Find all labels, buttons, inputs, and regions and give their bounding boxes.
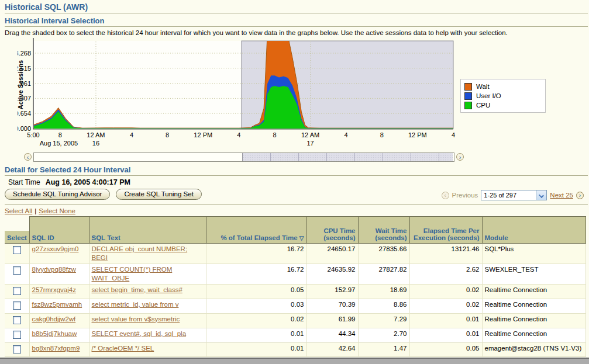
- sql-id-link[interactable]: 8jyydvpq88fzw: [32, 266, 76, 273]
- sql-id-link[interactable]: b8b5jdj7khuaw: [32, 330, 77, 337]
- wait-time-value: 8.86: [358, 299, 409, 313]
- interval-slider-track[interactable]: [33, 152, 454, 162]
- x-sub-label: 17: [306, 140, 314, 147]
- cpu-time-value: 152.97: [306, 284, 358, 299]
- cpu-color-swatch: [464, 102, 472, 109]
- wait-color-swatch: [464, 83, 472, 91]
- y-tick-label: 3.268: [18, 50, 31, 57]
- interval-slider: ‹ ›: [0, 152, 589, 162]
- cpu-time-value: 24635.92: [306, 264, 358, 284]
- x-tick-label: 8: [273, 131, 276, 138]
- pct-elapsed-value: 16.72: [206, 264, 306, 284]
- schedule-sql-tuning-advisor-button[interactable]: Schedule SQL Tuning Advisor: [5, 189, 110, 200]
- x-tick-label: 12 AM: [301, 131, 319, 138]
- detail-section-title: Detail for Selected 24 Hour Interval: [5, 165, 589, 174]
- active-sessions-chart: 0.0000.6541.3071.9612.6153.268Active Ses…: [0, 37, 589, 150]
- next-page-link[interactable]: Next 25: [550, 192, 573, 199]
- cpu-time-value: 24650.17: [306, 244, 358, 264]
- legend-item-user-io: User I/O: [464, 91, 542, 100]
- module-value: SQL*Plus: [482, 244, 585, 264]
- row-checkbox[interactable]: [13, 345, 21, 353]
- row-checkbox[interactable]: [13, 316, 21, 324]
- x-tick-label: 12 AM: [87, 131, 105, 138]
- module-value: emagent@stacg28 (TNS V1-V3): [482, 342, 585, 357]
- cpu-time-value: 44.34: [306, 328, 358, 342]
- elapsed-per-exec-value: 0.02: [409, 299, 482, 313]
- table-row: cakg0hdjjw2wf select value from v$sysmet…: [5, 313, 585, 328]
- next-page-icon[interactable]: ›: [576, 192, 584, 199]
- x-sub-label: 16: [92, 140, 99, 147]
- column-header-sql-text[interactable]: SQL Text: [89, 217, 206, 244]
- table-row: b8b5jdj7khuaw SELECT event#, sql_id, sql…: [5, 328, 585, 342]
- select-links-separator: |: [35, 207, 36, 214]
- start-time-label: Start Time: [8, 178, 40, 186]
- slider-left-arrow-icon[interactable]: ‹: [24, 153, 32, 161]
- x-tick-label: 8: [380, 131, 384, 138]
- row-checkbox[interactable]: [13, 287, 21, 295]
- pct-elapsed-value: 0.03: [206, 299, 306, 313]
- sql-text-link[interactable]: select begin_time, wait_class#: [92, 286, 182, 293]
- x-tick-label: 12 PM: [408, 131, 427, 138]
- previous-label: Previous: [452, 192, 478, 199]
- wait-time-value: 18.69: [358, 284, 409, 299]
- sql-detail-table: Select SQL ID SQL Text % of Total Elapse…: [5, 216, 586, 357]
- elapsed-per-exec-value: 0.05: [409, 342, 482, 357]
- detail-section-divider: [5, 175, 588, 176]
- sql-text-link[interactable]: select metric_id, value from v: [92, 301, 179, 308]
- row-checkbox[interactable]: [13, 301, 21, 310]
- wait-time-value: 27835.66: [358, 244, 409, 264]
- column-header-cpu-time[interactable]: CPU Time (seconds): [306, 217, 358, 244]
- user-io-color-swatch: [464, 92, 472, 100]
- table-row: 257rmrxgvaj4z select begin_time, wait_cl…: [5, 284, 585, 299]
- pct-elapsed-value: 0.05: [206, 284, 306, 299]
- sql-id-link[interactable]: 257rmrxgvaj4z: [32, 286, 76, 293]
- sql-id-link[interactable]: g27zsxuv9gjm0: [32, 245, 79, 252]
- wait-time-value: 7.29: [358, 313, 409, 328]
- select-all-link[interactable]: Select All: [5, 207, 32, 214]
- sql-id-link[interactable]: fsz8wz5pmvamh: [32, 301, 82, 308]
- create-sql-tuning-set-button[interactable]: Create SQL Tuning Set: [116, 189, 201, 200]
- pct-elapsed-value: 0.01: [206, 328, 306, 342]
- sql-id-link[interactable]: cakg0hdjjw2wf: [32, 316, 76, 323]
- column-header-module[interactable]: Module: [482, 217, 585, 244]
- bottom-scrollbar-track: [0, 358, 589, 364]
- sql-text-link[interactable]: SELECT event#, sql_id, sql_pla: [92, 330, 187, 337]
- column-header-wait-time[interactable]: Wait Time (seconds): [358, 217, 409, 244]
- x-tick-label: 4: [237, 131, 240, 138]
- row-checkbox[interactable]: [13, 246, 21, 254]
- chevron-down-icon[interactable]: [536, 190, 546, 200]
- previous-page-icon: ‹: [442, 192, 449, 199]
- page-range-select[interactable]: 1-25 of 297: [481, 190, 547, 200]
- slider-right-arrow-icon[interactable]: ›: [456, 153, 464, 161]
- sql-text-link[interactable]: /* OracleOEM */ SEL: [92, 345, 154, 352]
- legend-label-user-io: User I/O: [476, 92, 501, 99]
- module-value: Realtime Connection: [482, 328, 585, 342]
- table-row: g27zsxuv9gjm0 DECLARE obj_count NUMBER; …: [5, 244, 585, 264]
- sql-text-link[interactable]: DECLARE obj_count NUMBER; BEGI: [92, 245, 188, 261]
- sql-text-link[interactable]: SELECT COUNT(*) FROM WAIT_OBJE: [92, 266, 173, 282]
- table-row: fsz8wz5pmvamh select metric_id, value fr…: [5, 299, 585, 313]
- interval-section-divider: [5, 26, 588, 27]
- cpu-time-value: 70.39: [306, 299, 358, 313]
- elapsed-per-exec-value: 0.01: [409, 313, 482, 328]
- page-range-value: 1-25 of 297: [481, 190, 536, 200]
- x-tick-label: 12 PM: [194, 131, 212, 138]
- x-tick-label: 4: [130, 131, 133, 138]
- instruction-text: Drag the shaded box to select the histor…: [5, 29, 589, 36]
- select-none-link[interactable]: Select None: [39, 207, 75, 214]
- wait-time-value: 1.47: [358, 342, 409, 357]
- x-tick-label: 4: [345, 131, 348, 138]
- column-header-elapsed-per-exec[interactable]: Elapsed Time Per Execution (seconds): [409, 217, 482, 244]
- page-title: Historical SQL (AWR): [5, 2, 589, 12]
- cpu-time-value: 42.64: [306, 342, 358, 357]
- sql-text-link[interactable]: select value from v$sysmetric: [92, 316, 180, 323]
- toolbar: Schedule SQL Tuning Advisor Create SQL T…: [0, 188, 589, 203]
- interval-slider-thumb[interactable]: [242, 153, 453, 161]
- pagination: ‹ Previous 1-25 of 297 Next 25 ›: [442, 190, 584, 200]
- column-header-sql-id[interactable]: SQL ID: [29, 217, 89, 244]
- sql-id-link[interactable]: bg8xn87xfqpm9: [32, 345, 80, 352]
- column-header-pct-elapsed[interactable]: % of Total Elapsed Time ▽: [206, 217, 306, 244]
- row-checkbox[interactable]: [13, 331, 21, 339]
- row-checkbox[interactable]: [13, 266, 21, 275]
- active-sessions-chart-svg[interactable]: 0.0000.6541.3071.9612.6153.268Active Ses…: [18, 37, 456, 149]
